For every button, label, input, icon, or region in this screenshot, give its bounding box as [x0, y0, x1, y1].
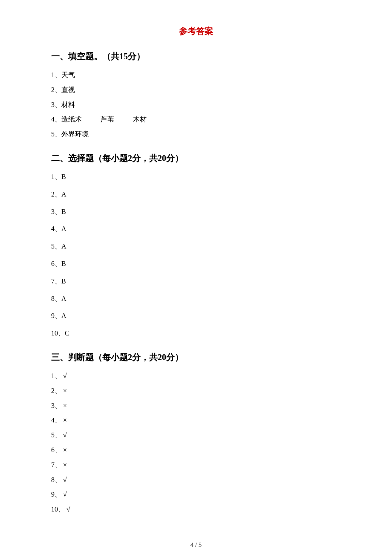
list-item: 2、 × [51, 385, 341, 397]
list-item: 2、直视 [51, 84, 341, 96]
answer-part2: 芦苇 [101, 116, 114, 123]
list-item: 5、 √ [51, 429, 341, 442]
section-choice: 二、选择题（每小题2分，共20分） 1、B 2、A 3、B 4、A 5、A 6、… [51, 153, 341, 340]
list-item: 6、B [51, 258, 341, 270]
list-item: 6、 × [51, 444, 341, 457]
answer-num: 4、造纸术 [51, 116, 82, 123]
section-fill-blank: 一、填空题。（共15分） 1、天气 2、直视 3、材料 4、造纸术 芦苇 木材 … [51, 51, 341, 141]
list-item: 9、 √ [51, 489, 341, 501]
list-item: 1、 √ [51, 370, 341, 382]
section1-heading: 一、填空题。（共15分） [51, 51, 341, 62]
list-item: 1、天气 [51, 69, 341, 81]
list-item: 4、造纸术 芦苇 木材 [51, 113, 341, 126]
page-footer: 4 / 5 [51, 541, 341, 549]
list-item: 7、B [51, 275, 341, 288]
section3-heading: 三、判断题（每小题2分，共20分） [51, 352, 341, 363]
list-item: 3、材料 [51, 99, 341, 111]
list-item: 1、B [51, 171, 341, 183]
section-judge: 三、判断题（每小题2分，共20分） 1、 √ 2、 × 3、 × 4、 × 5、… [51, 352, 341, 516]
list-item: 3、B [51, 206, 341, 218]
list-item: 9、A [51, 310, 341, 322]
list-item: 8、A [51, 293, 341, 305]
section2-heading: 二、选择题（每小题2分，共20分） [51, 153, 341, 164]
page-title: 参考答案 [51, 26, 341, 37]
list-item: 2、A [51, 188, 341, 201]
list-item: 5、外界环境 [51, 128, 341, 141]
list-item: 4、 × [51, 414, 341, 427]
list-item: 7、 × [51, 459, 341, 471]
list-item: 10、 √ [51, 503, 341, 516]
answer-part3: 木材 [133, 116, 147, 123]
list-item: 3、 × [51, 400, 341, 412]
list-item: 4、A [51, 223, 341, 235]
list-item: 5、A [51, 240, 341, 253]
list-item: 8、 √ [51, 474, 341, 486]
list-item: 10、C [51, 327, 341, 340]
